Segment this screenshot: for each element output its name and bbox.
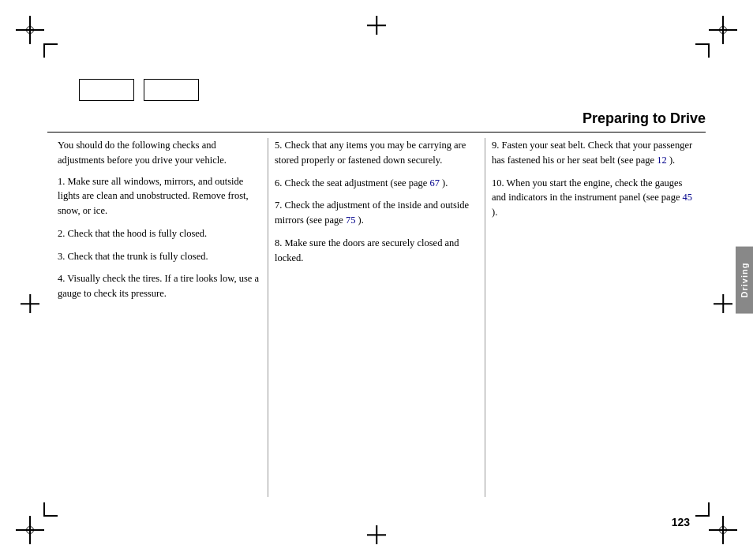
item-text-after: ). bbox=[669, 155, 675, 166]
corner-bracket-tl bbox=[43, 43, 58, 58]
reg-mark-bl bbox=[22, 522, 38, 538]
item-number: 1. bbox=[58, 176, 65, 187]
item-number: 4. bbox=[58, 273, 65, 284]
center-top-mark bbox=[369, 17, 384, 33]
list-item: 3. Check that the trunk is fully closed. bbox=[58, 249, 261, 264]
item-number: 10. bbox=[492, 177, 504, 189]
list-item: 1. Make sure all windows, mirrors, and o… bbox=[58, 174, 261, 218]
page-number: 123 bbox=[672, 516, 690, 528]
header: Preparing to Drive bbox=[47, 110, 706, 133]
center-bottom-mark bbox=[369, 527, 384, 543]
item-number: 6. bbox=[275, 177, 282, 189]
page-boxes bbox=[79, 79, 199, 101]
page-box-2 bbox=[144, 79, 199, 101]
reg-mark-br bbox=[715, 522, 731, 538]
list-item: 8. Make sure the doors are securely clos… bbox=[275, 236, 478, 266]
list-item: 2. Check that the hood is fully closed. bbox=[58, 226, 261, 241]
corner-bracket-br bbox=[695, 502, 710, 517]
header-divider bbox=[47, 132, 706, 133]
column-1: You should do the following checks and a… bbox=[51, 138, 268, 497]
item-text: Make sure the doors are securely closed … bbox=[275, 237, 459, 263]
item-text: When you start the engine, check the gau… bbox=[492, 177, 682, 203]
column-2: 5. Check that any items you may be carry… bbox=[268, 138, 485, 497]
list-item: 6. Check the seat adjustment (see page 6… bbox=[275, 176, 478, 191]
page-ref-link-67[interactable]: 67 bbox=[429, 177, 440, 189]
sidebar-driving-tab: Driving bbox=[736, 247, 753, 314]
item-text: Check that any items you may be carrying… bbox=[275, 140, 466, 166]
list-item: 4. Visually check the tires. If a tire l… bbox=[58, 271, 261, 301]
page-ref-link-75[interactable]: 75 bbox=[346, 215, 356, 226]
item-number: 8. bbox=[275, 237, 282, 248]
mid-right-mark bbox=[715, 296, 731, 312]
item-text: Visually check the tires. If a tire look… bbox=[58, 273, 259, 299]
item-text: Check the seat adjustment (see page bbox=[285, 177, 428, 189]
mid-left-mark bbox=[22, 296, 38, 312]
list-item: 10. When you start the engine, check the… bbox=[492, 176, 695, 220]
item-number: 2. bbox=[58, 228, 65, 239]
item-text-after: ). bbox=[358, 215, 364, 226]
sidebar-tab-label: Driving bbox=[740, 263, 749, 298]
page: Preparing to Drive You should do the fol… bbox=[0, 0, 753, 560]
page-title: Preparing to Drive bbox=[47, 110, 706, 127]
item-number: 9. bbox=[492, 140, 499, 151]
list-item: 5. Check that any items you may be carry… bbox=[275, 138, 478, 168]
item-text: Make sure all windows, mirrors, and outs… bbox=[58, 176, 249, 217]
main-content: You should do the following checks and a… bbox=[51, 138, 702, 497]
corner-bracket-bl bbox=[43, 502, 58, 517]
item-text-after: ). bbox=[442, 177, 448, 189]
item-text: Check that the hood is fully closed. bbox=[68, 228, 208, 239]
list-item: 9. Fasten your seat belt. Check that you… bbox=[492, 138, 695, 168]
intro-text: You should do the following checks and a… bbox=[58, 138, 261, 168]
list-item: 7. Check the adjustment of the inside an… bbox=[275, 198, 478, 228]
column-3: 9. Fasten your seat belt. Check that you… bbox=[485, 138, 702, 497]
reg-mark-tl bbox=[22, 22, 38, 38]
page-box-1 bbox=[79, 79, 134, 101]
item-number: 3. bbox=[58, 251, 65, 262]
page-ref-link-12[interactable]: 12 bbox=[657, 155, 667, 166]
corner-bracket-tr bbox=[695, 43, 710, 58]
item-text-after: ). bbox=[492, 207, 497, 218]
reg-mark-tr bbox=[715, 22, 731, 38]
item-text: Check the adjustment of the inside and o… bbox=[275, 200, 469, 226]
page-ref-link-45[interactable]: 45 bbox=[683, 192, 693, 203]
item-number: 7. bbox=[275, 200, 282, 211]
item-text: Check that the trunk is fully closed. bbox=[68, 251, 208, 262]
item-number: 5. bbox=[275, 140, 282, 151]
